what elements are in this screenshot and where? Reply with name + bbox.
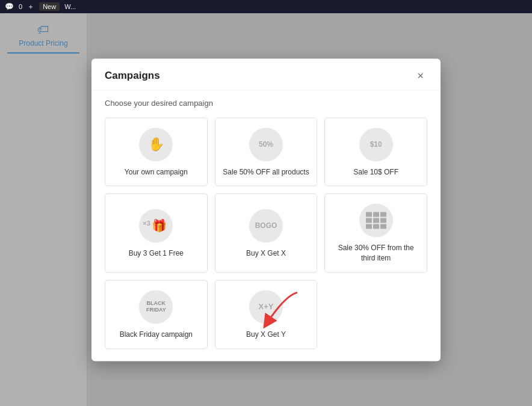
campaigns-modal: Campaigns × Choose your desired campaign… <box>91 58 441 361</box>
modal-close-button[interactable]: × <box>413 69 427 82</box>
modal-overlay[interactable]: Campaigns × Choose your desired campaign… <box>0 13 532 406</box>
modal-body: ✋ Your own campaign 50% Sale 50% OFF all… <box>91 112 441 361</box>
hand-icon: ✋ <box>148 137 164 152</box>
modal-title: Campaigns <box>105 70 160 82</box>
buy3get1-icon-wrap: ×3 🎁 <box>139 209 173 242</box>
buy3get1-label: Buy 3 Get 1 Free <box>129 248 184 259</box>
new-tab-label[interactable]: New <box>39 2 60 11</box>
gift-icon: 🎁 <box>152 218 167 233</box>
blackfriday-icon-text: BLACKFRIDAY <box>146 301 166 314</box>
30off-label: Sale 30% OFF from the third item <box>332 244 419 264</box>
10off-label: Sale 10$ OFF <box>353 167 398 177</box>
campaign-card-10off[interactable]: $10 Sale 10$ OFF <box>324 117 427 186</box>
blackfriday-icon-wrap: BLACKFRIDAY <box>139 290 173 324</box>
comment-icon: 💬 <box>5 2 14 11</box>
own-campaign-icon-wrap: ✋ <box>139 128 173 161</box>
top-bar: 💬 0 ＋ New W... <box>0 0 532 13</box>
50off-icon-text: 50% <box>259 140 273 149</box>
bogo-label: Buy X Get X <box>246 248 286 259</box>
x3-text: ×3 <box>143 220 150 227</box>
blackfriday-label: Black Friday campaign <box>120 330 193 340</box>
tab-label[interactable]: W... <box>64 3 76 10</box>
campaign-card-blackfriday[interactable]: BLACKFRIDAY Black Friday campaign <box>105 280 208 349</box>
campaign-grid: ✋ Your own campaign 50% Sale 50% OFF all… <box>105 117 427 349</box>
buyxgety-label: Buy X Get Y <box>246 330 286 340</box>
10off-icon-text: $10 <box>370 140 382 149</box>
plus-icon: ＋ <box>27 2 34 12</box>
campaign-card-bogo[interactable]: BOGO Buy X Get X <box>215 194 318 273</box>
10off-icon-wrap: $10 <box>359 128 393 161</box>
campaign-card-buyxgety[interactable]: X+Y Buy X Get Y <box>215 280 318 349</box>
modal-header: Campaigns × <box>91 58 441 90</box>
bogo-icon-wrap: BOGO <box>249 209 283 242</box>
buyxgety-icon-wrap: X+Y <box>249 290 283 324</box>
50off-icon-wrap: 50% <box>249 128 283 161</box>
grid-icon <box>366 212 386 229</box>
modal-subtitle: Choose your desired campaign <box>91 90 441 112</box>
50off-label: Sale 50% OFF all products <box>223 167 309 177</box>
campaign-card-50off[interactable]: 50% Sale 50% OFF all products <box>215 117 318 186</box>
campaign-card-30off[interactable]: Sale 30% OFF from the third item <box>324 194 427 273</box>
bogo-icon-text: BOGO <box>255 221 277 230</box>
xy-icon-text: X+Y <box>259 303 274 312</box>
campaign-card-own[interactable]: ✋ Your own campaign <box>105 117 208 186</box>
own-campaign-label: Your own campaign <box>125 167 188 177</box>
notification-count: 0 <box>19 3 22 10</box>
30off-icon-wrap <box>359 204 393 238</box>
campaign-card-buy3get1[interactable]: ×3 🎁 Buy 3 Get 1 Free <box>105 194 208 273</box>
